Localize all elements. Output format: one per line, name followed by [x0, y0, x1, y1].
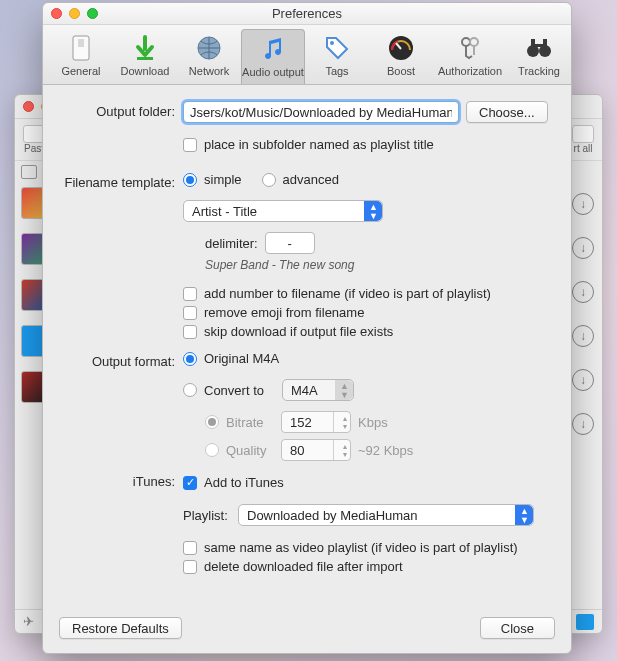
delete-after-checkbox[interactable] [183, 560, 197, 574]
tab-label: Authorization [438, 65, 502, 77]
filename-pattern-select[interactable]: Artist - Title ▲▼ [183, 200, 383, 222]
original-format-radio[interactable] [183, 352, 197, 366]
tab-general[interactable]: General [49, 29, 113, 84]
preferences-window: Preferences General Download Network Aud… [42, 2, 572, 654]
bitrate-radio [205, 415, 219, 429]
download-icon[interactable]: ↓ [572, 237, 594, 259]
restore-defaults-button[interactable]: Restore Defaults [59, 617, 182, 639]
filename-example: Super Band - The new song [205, 258, 553, 272]
tab-label: Network [189, 65, 229, 77]
paste-label: Past [24, 143, 44, 154]
filename-template-label: Filename template: [61, 172, 183, 190]
stepper-arrows-icon: ▴▾ [343, 443, 347, 459]
preferences-footer: Restore Defaults Close [43, 607, 571, 653]
convert-to-radio[interactable] [183, 383, 197, 397]
tab-boost[interactable]: Boost [369, 29, 433, 84]
skip-exists-label: skip download if output file exists [204, 324, 393, 339]
keys-icon [455, 33, 485, 63]
tab-download[interactable]: Download [113, 29, 177, 84]
advanced-radio[interactable] [262, 173, 276, 187]
svg-point-8 [470, 38, 478, 46]
tab-network[interactable]: Network [177, 29, 241, 84]
playlist-select[interactable]: Downloaded by MediaHuman ▲▼ [238, 504, 534, 526]
stepper-arrows-icon: ▴▾ [343, 415, 347, 431]
remove-emoji-checkbox[interactable] [183, 306, 197, 320]
svg-rect-1 [78, 39, 84, 47]
minimize-dot-icon[interactable] [69, 8, 80, 19]
preferences-tabs: General Download Network Audio output Ta… [43, 25, 571, 85]
add-to-itunes-checkbox[interactable]: ✓ [183, 476, 197, 490]
quality-value: 80 [290, 443, 304, 458]
chevron-updown-icon: ▲▼ [369, 203, 378, 221]
twitter-icon[interactable] [576, 614, 594, 630]
simple-radio-label: simple [204, 172, 242, 187]
bitrate-value: 152 [290, 415, 312, 430]
download-icon[interactable]: ↓ [572, 413, 594, 435]
add-number-checkbox[interactable] [183, 287, 197, 301]
original-format-label: Original M4A [204, 351, 279, 366]
quality-hint: ~92 Kbps [358, 443, 413, 458]
same-name-checkbox[interactable] [183, 541, 197, 555]
back-download-icons: ↓ ↓ ↓ ↓ ↓ ↓ [572, 193, 594, 435]
tab-audio-output[interactable]: Audio output [241, 29, 305, 84]
download-icon[interactable]: ↓ [572, 325, 594, 347]
bitrate-unit: Kbps [358, 415, 388, 430]
convert-format-select[interactable]: M4A ▲▼ [282, 379, 354, 401]
quality-label: Quality [226, 443, 274, 458]
download-icon[interactable]: ↓ [572, 369, 594, 391]
grid-icon[interactable] [21, 165, 37, 179]
remove-emoji-label: remove emoji from filename [204, 305, 364, 320]
convert-format-value: M4A [291, 383, 318, 398]
bitrate-stepper: 152 ▴▾ [281, 411, 351, 433]
delimiter-field[interactable] [265, 232, 315, 254]
close-dot-icon[interactable] [51, 8, 62, 19]
download-icon[interactable]: ↓ [572, 281, 594, 303]
binoculars-icon [524, 33, 554, 63]
tab-tracking[interactable]: Tracking [507, 29, 571, 84]
quality-stepper: 80 ▴▾ [281, 439, 351, 461]
paper-plane-icon[interactable]: ✈ [23, 614, 34, 629]
chevron-updown-icon: ▲▼ [340, 382, 349, 400]
close-button[interactable]: Close [480, 617, 555, 639]
skip-exists-checkbox[interactable] [183, 325, 197, 339]
switch-icon [66, 33, 96, 63]
download-arrow-icon [130, 33, 160, 63]
gauge-icon [386, 33, 416, 63]
output-format-label: Output format: [61, 351, 183, 369]
filename-pattern-value: Artist - Title [192, 204, 257, 219]
preferences-titlebar: Preferences [43, 3, 571, 25]
add-number-label: add number to filename (if video is part… [204, 286, 491, 301]
globe-icon [194, 33, 224, 63]
bitrate-label: Bitrate [226, 415, 274, 430]
playlist-value: Downloaded by MediaHuman [247, 508, 418, 523]
choose-button[interactable]: Choose... [466, 101, 548, 123]
download-icon[interactable]: ↓ [572, 193, 594, 215]
tag-icon [322, 33, 352, 63]
svg-point-4 [330, 41, 334, 45]
svg-rect-11 [531, 39, 535, 47]
svg-rect-2 [137, 57, 153, 60]
svg-rect-12 [543, 39, 547, 47]
tab-label: General [61, 65, 100, 77]
delete-after-label: delete downloaded file after import [204, 559, 403, 574]
add-to-itunes-label: Add to iTunes [204, 475, 284, 490]
close-dot-icon[interactable] [23, 101, 34, 112]
itunes-label: iTunes: [61, 471, 183, 489]
playlist-label: Playlist: [183, 508, 231, 523]
tab-label: Tags [325, 65, 348, 77]
subfolder-checkbox[interactable] [183, 138, 197, 152]
tab-label: Download [121, 65, 170, 77]
zoom-dot-icon[interactable] [87, 8, 98, 19]
output-folder-label: Output folder: [61, 101, 183, 119]
tab-authorization[interactable]: Authorization [433, 29, 507, 84]
tab-tags[interactable]: Tags [305, 29, 369, 84]
preferences-body: Output folder: Choose... place in subfol… [43, 85, 571, 607]
svg-rect-13 [535, 44, 543, 47]
simple-radio[interactable] [183, 173, 197, 187]
delimiter-label: delimiter: [205, 236, 258, 251]
advanced-radio-label: advanced [283, 172, 339, 187]
output-folder-field[interactable] [183, 101, 459, 123]
window-title: Preferences [272, 6, 342, 21]
start-all-button[interactable] [572, 125, 594, 143]
start-all-label: rt all [574, 143, 593, 154]
